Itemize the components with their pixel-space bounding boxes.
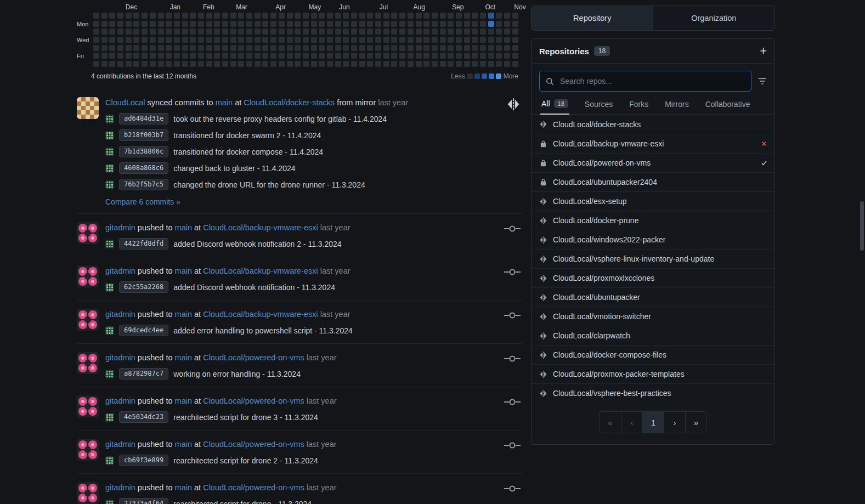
commit-sha-link[interactable]: 4608a868c6 [119,162,168,174]
filter-icon[interactable] [758,77,767,85]
repo-row[interactable]: CloudLocal/ubuntupacker2404 [532,172,774,191]
filter-tab-forks[interactable]: Forks [628,99,649,114]
repo-search-input[interactable] [559,76,745,86]
page-1-button[interactable]: 1 [642,412,664,433]
user-avatar[interactable] [77,265,99,287]
repo-row[interactable]: CloudLocal/ubuntupacker [532,287,774,307]
commit-sha-link[interactable]: b218f003b7 [119,129,168,141]
user-link[interactable]: gitadmin [105,483,135,492]
commit-sha-link[interactable]: 27373a4f64 [119,498,168,504]
commit-sha-link[interactable]: 76b2f5b7c5 [119,179,168,190]
repo-row[interactable]: CloudLocal/proxmox-packer-templates [532,364,774,383]
user-avatar[interactable] [77,395,99,417]
branch-link[interactable]: main [175,310,192,319]
repo-row[interactable]: CloudLocal/docker-stacks [532,115,774,134]
repo-link[interactable]: CloudLocal/powered-on-vms [203,353,304,362]
compare-commits-link[interactable]: Compare 6 commits » [105,197,180,206]
commit-sha-link[interactable]: cb69f3e899 [119,455,168,466]
prev-page-button[interactable]: ‹ [621,412,642,433]
branch-link[interactable]: main [175,440,192,449]
repo-link[interactable]: CloudLocal/powered-on-vms [203,483,304,492]
repo-row[interactable]: CloudLocal/clarpwatch [532,326,774,345]
repo-row[interactable]: CloudLocal/backup-vmware-esxi [532,134,774,153]
filter-tab-collaborative[interactable]: Collaborative [704,99,751,114]
heatmap-cell [198,53,204,59]
repo-link[interactable]: CloudLocal/powered-on-vms [203,440,304,449]
user-avatar[interactable] [77,222,99,244]
repo-link[interactable]: CloudLocal/docker-prune [553,216,638,225]
filter-tab-all[interactable]: All18 [540,99,569,115]
repo-link[interactable]: CloudLocal/esx-setup [553,197,627,206]
add-repository-button[interactable]: + [760,46,767,56]
repo-link[interactable]: CloudLocal/vmotion-switcher [553,312,651,321]
next-page-button[interactable]: › [664,412,685,433]
commit-sha-link[interactable]: 7b1d38806c [119,146,168,157]
repo-link[interactable]: CloudLocal/windows2022-packer [553,235,665,244]
repo-row[interactable]: CloudLocal/docker-prune [532,211,774,230]
user-avatar[interactable] [77,352,99,374]
commit-sha-link[interactable]: 69dcedc4ee [119,325,168,336]
repo-link[interactable]: CloudLocal/powered-on-vms [553,158,651,167]
user-link[interactable]: gitadmin [105,353,135,362]
user-avatar[interactable] [77,309,99,331]
repo-row[interactable]: CloudLocal/windows2022-packer [532,230,774,249]
branch-link[interactable]: main [175,223,192,232]
repo-row[interactable]: CloudLocal/esx-setup [532,191,774,211]
repo-row[interactable]: CloudLocal/proxmoxlxcclones [532,268,774,287]
commit-sha-link[interactable]: 4e5034dc23 [119,411,168,423]
branch-link[interactable]: main [175,267,192,275]
repo-row[interactable]: CloudLocal/powered-on-vms [532,153,774,172]
branch-link[interactable]: main [216,98,233,107]
repo-list: CloudLocal/docker-stacks CloudLocal/back… [532,115,774,403]
status-failure-icon[interactable] [761,140,767,147]
user-link[interactable]: gitadmin [105,267,135,275]
legend-square [474,73,480,79]
repo-row[interactable]: CloudLocal/vmotion-switcher [532,307,774,326]
repo-link[interactable]: CloudLocal/proxmox-packer-templates [553,370,685,378]
repo-link[interactable]: CloudLocal/powered-on-vms [203,397,304,405]
commit-sha-link[interactable]: ad6484d31e [119,113,168,124]
feed-body: gitadmin pushed to main at CloudLocal/ba… [105,309,497,336]
repo-link[interactable]: CloudLocal/docker-stacks [553,120,641,129]
commit-sha-link[interactable]: a8782987c7 [119,368,168,380]
user-avatar[interactable] [77,97,99,119]
tab-repository[interactable]: Repository [532,6,653,30]
scrollbar-thumb[interactable] [860,201,864,251]
first-page-button[interactable]: « [600,412,621,433]
filter-tab-sources[interactable]: Sources [584,99,614,114]
status-success-icon[interactable] [761,160,767,166]
user-link[interactable]: gitadmin [105,440,135,449]
repo-link[interactable]: CloudLocal/backup-vmware-esxi [553,139,664,148]
repo-link[interactable]: CloudLocal/backup-vmware-esxi [203,223,318,232]
heatmap-cell [109,13,115,19]
tab-organization[interactable]: Organization [653,6,775,30]
user-avatar[interactable] [77,482,99,504]
commit-sha-link[interactable]: 4422fd8dfd [119,238,168,250]
heatmap-cell [496,21,502,27]
repo-row[interactable]: CloudLocal/vsphere-best-practices [532,383,774,403]
user-avatar[interactable] [77,439,99,461]
repo-link[interactable]: CloudLocal/backup-vmware-esxi [203,310,318,319]
commit-sha-link[interactable]: 62c55a2268 [119,281,168,293]
repo-link[interactable]: CloudLocal/vsphere-best-practices [553,389,671,398]
user-link[interactable]: gitadmin [105,310,135,319]
branch-link[interactable]: main [175,483,192,492]
repo-link[interactable]: CloudLocal/vsphere-linux-inventory-and-u… [553,254,714,263]
heatmap-cell [198,45,204,51]
branch-link[interactable]: main [175,397,192,405]
user-link[interactable]: gitadmin [105,397,135,405]
repo-row[interactable]: CloudLocal/vsphere-linux-inventory-and-u… [532,249,774,268]
repo-link[interactable]: CloudLocal/backup-vmware-esxi [203,267,318,275]
repo-link[interactable]: CloudLocal/docker-compose-files [553,350,666,359]
repo-link[interactable]: CloudLocal/clarpwatch [553,331,630,340]
repo-link[interactable]: CloudLocal/proxmoxlxcclones [553,274,654,282]
repo-link[interactable]: CloudLocal/docker-stacks [244,98,335,107]
last-page-button[interactable]: » [685,412,706,433]
user-link[interactable]: gitadmin [105,223,135,232]
repo-row[interactable]: CloudLocal/docker-compose-files [532,345,774,364]
repo-link[interactable]: CloudLocal/ubuntupacker2404 [553,178,657,186]
user-link[interactable]: CloudLocal [105,98,145,107]
repo-link[interactable]: CloudLocal/ubuntupacker [553,293,640,302]
filter-tab-mirrors[interactable]: Mirrors [664,99,690,114]
branch-link[interactable]: main [175,353,192,362]
